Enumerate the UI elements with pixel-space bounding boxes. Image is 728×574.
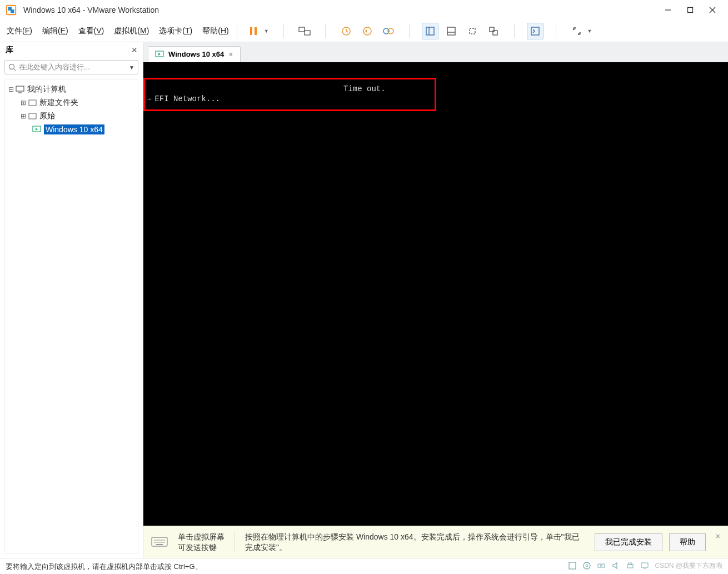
show-library-button[interactable] xyxy=(422,23,438,39)
svg-rect-10 xyxy=(305,31,310,35)
vm-console[interactable]: Time out. EFI Network... xyxy=(143,62,728,526)
help-button[interactable]: 帮助 xyxy=(669,533,706,551)
folder-icon xyxy=(27,113,37,119)
svg-rect-43 xyxy=(629,563,632,565)
library-search-row: 在此处键入内容进行... ▼ xyxy=(0,58,143,77)
library-search-input[interactable]: 在此处键入内容进行... ▼ xyxy=(4,60,138,74)
snapshot-take-button[interactable] xyxy=(338,23,355,39)
status-bar: 要将输入定向到该虚拟机，请在虚拟机内部单击或按 Ctrl+G。 CSDN @我要… xyxy=(0,558,728,574)
library-title: 库 xyxy=(6,45,13,55)
menubar-toolbar-row: 文件(F) 编辑(E) 查看(V) 虚拟机(M) 选项卡(T) 帮助(H) ▼ … xyxy=(0,20,728,42)
tab-windows10[interactable]: Windows 10 x64 × xyxy=(148,46,241,62)
minimize-button[interactable] xyxy=(657,2,679,18)
close-button[interactable] xyxy=(701,2,724,18)
banner-install-hint: 按照在物理计算机中的步骤安装 Windows 10 x64。安装完成后，操作系统… xyxy=(245,532,585,553)
expand-icon[interactable]: ⊞ xyxy=(19,112,27,120)
tab-close-button[interactable]: × xyxy=(228,50,233,59)
svg-rect-19 xyxy=(470,28,475,34)
library-tree: ⊟ 我的计算机 ⊞ 新建文件夹 ⊞ 原始 Windows 10 x64 xyxy=(4,79,138,554)
window-title: Windows 10 x64 - VMware Workstation xyxy=(23,6,159,14)
svg-rect-40 xyxy=(598,564,601,567)
console-text-timeout: Time out. xyxy=(343,84,386,93)
menu-file[interactable]: 文件(F) xyxy=(7,26,32,36)
toolbar: ▼ ▼ xyxy=(245,23,595,39)
device-display-icon[interactable] xyxy=(640,561,649,572)
banner-click-hint: 单击虚拟屏幕 可发送按键 xyxy=(178,532,225,553)
console-view-button[interactable] xyxy=(527,23,543,39)
computer-icon xyxy=(15,86,25,93)
device-sound-icon[interactable] xyxy=(611,561,620,572)
thumbnail-bar-button[interactable] xyxy=(443,23,460,39)
svg-point-39 xyxy=(586,565,588,567)
tree-root-my-computer[interactable]: ⊟ 我的计算机 xyxy=(7,83,136,96)
snapshot-revert-button[interactable] xyxy=(359,23,376,39)
stretch-guest-button[interactable] xyxy=(569,23,585,39)
title-bar: Windows 10 x64 - VMware Workstation xyxy=(0,0,728,20)
unity-button[interactable] xyxy=(485,23,502,39)
tab-bar: Windows 10 x64 × xyxy=(143,42,728,62)
svg-rect-15 xyxy=(426,27,434,35)
menubar: 文件(F) 编辑(E) 查看(V) 虚拟机(M) 选项卡(T) 帮助(H) xyxy=(7,26,229,36)
svg-rect-37 xyxy=(569,562,576,569)
svg-rect-4 xyxy=(688,8,693,13)
banner-divider xyxy=(235,532,235,552)
device-printer-icon[interactable] xyxy=(626,561,635,572)
tree-folder-original[interactable]: ⊞ 原始 xyxy=(7,109,136,123)
menu-view[interactable]: 查看(V) xyxy=(78,26,104,36)
status-tray: CSDN @我要下东西嘞 xyxy=(568,561,722,572)
toolbar-sep5 xyxy=(556,24,556,38)
library-close-button[interactable]: × xyxy=(131,44,137,56)
svg-point-23 xyxy=(9,64,14,69)
svg-rect-20 xyxy=(490,27,494,32)
maximize-button[interactable] xyxy=(679,2,701,18)
tab-label: Windows 10 x64 xyxy=(168,50,224,58)
menu-edit[interactable]: 编辑(E) xyxy=(42,26,68,36)
toolbar-sep2 xyxy=(325,24,326,38)
svg-rect-41 xyxy=(602,564,605,567)
install-complete-button[interactable]: 我已完成安装 xyxy=(595,533,662,551)
banner-close-button[interactable]: × xyxy=(716,532,720,541)
collapse-icon[interactable]: ⊟ xyxy=(7,86,15,93)
menu-vm[interactable]: 虚拟机(M) xyxy=(114,26,149,36)
suspend-button[interactable] xyxy=(245,23,262,39)
body: 库 × 在此处键入内容进行... ▼ ⊟ 我的计算机 ⊞ 新建文件夹 ⊞ xyxy=(0,42,728,558)
folder-icon xyxy=(27,99,37,106)
stretch-dropdown[interactable]: ▼ xyxy=(587,28,592,34)
svg-line-24 xyxy=(14,69,16,71)
toolbar-sep xyxy=(283,24,284,38)
svg-rect-17 xyxy=(447,27,455,35)
search-dropdown-icon[interactable]: ▼ xyxy=(129,64,134,71)
power-dropdown[interactable]: ▼ xyxy=(264,28,269,34)
tree-root-label: 我的计算机 xyxy=(27,84,66,94)
keyboard-icon xyxy=(151,536,168,549)
search-icon xyxy=(8,63,16,71)
device-disk-icon[interactable] xyxy=(568,561,577,572)
device-cd-icon[interactable] xyxy=(582,561,591,572)
svg-rect-28 xyxy=(29,113,36,119)
tree-item-label: 新建文件夹 xyxy=(39,98,78,108)
svg-rect-9 xyxy=(299,27,305,32)
vmware-app-icon xyxy=(4,3,18,17)
expand-icon[interactable]: ⊞ xyxy=(19,99,27,107)
window-controls xyxy=(657,2,724,18)
menu-tabs[interactable]: 选项卡(T) xyxy=(159,26,192,36)
svg-marker-32 xyxy=(158,53,161,56)
tree-item-label: 原始 xyxy=(39,111,55,121)
toolbar-sep3 xyxy=(409,24,410,38)
search-placeholder: 在此处键入内容进行... xyxy=(19,62,127,72)
svg-rect-8 xyxy=(255,27,257,35)
send-ctrl-alt-del-button[interactable] xyxy=(296,23,313,39)
svg-rect-7 xyxy=(250,27,252,35)
svg-rect-2 xyxy=(11,9,14,13)
console-text-efi: EFI Network... xyxy=(147,94,220,103)
snapshot-manager-button[interactable] xyxy=(380,23,397,39)
watermark-text: CSDN @我要下东西嘞 xyxy=(655,561,722,572)
menu-help[interactable]: 帮助(H) xyxy=(202,26,228,36)
tree-item-label: Windows 10 x64 xyxy=(44,124,104,134)
device-network-icon[interactable] xyxy=(597,561,606,572)
tree-folder-new[interactable]: ⊞ 新建文件夹 xyxy=(7,96,136,109)
tree-vm-windows10[interactable]: Windows 10 x64 xyxy=(7,123,136,136)
fullscreen-button[interactable] xyxy=(464,23,481,39)
library-header: 库 × xyxy=(0,42,143,58)
svg-rect-27 xyxy=(29,100,36,106)
